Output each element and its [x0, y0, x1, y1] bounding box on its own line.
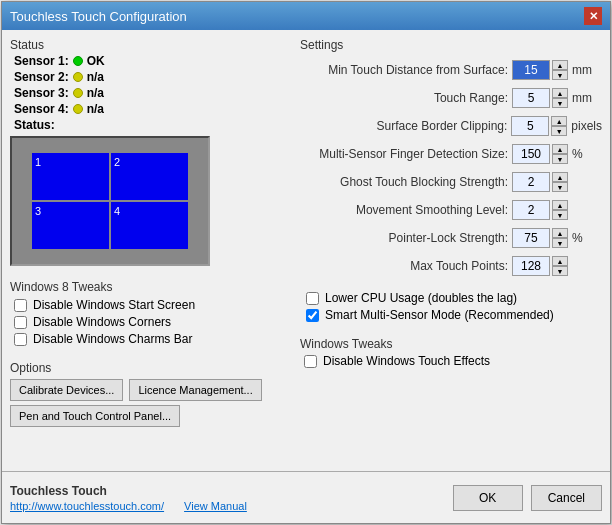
setting-max-touch-down[interactable]: ▼ — [552, 266, 568, 276]
sensor-quad-4: 4 — [111, 202, 188, 249]
sensor-1-dot — [73, 56, 83, 66]
setting-pointer-lock-input[interactable] — [512, 228, 550, 248]
win8-tweak-3-checkbox[interactable] — [14, 333, 27, 346]
setting-pointer-lock-up[interactable]: ▲ — [552, 228, 568, 238]
brand-url[interactable]: http://www.touchlesstouch.com/ — [10, 500, 164, 512]
setting-border-clip-arrows: ▲ ▼ — [551, 116, 567, 136]
setting-finger-detection-arrows: ▲ ▼ — [552, 144, 568, 164]
sensor-2-dot — [73, 72, 83, 82]
sensor-grid: Sensor 1: OK Sensor 2: n/a Sensor 3: n/a — [10, 54, 290, 116]
settings-label: Settings — [300, 38, 602, 52]
win8-tweak-2-checkbox[interactable] — [14, 316, 27, 329]
close-button[interactable]: ✕ — [584, 7, 602, 25]
setting-min-touch-down[interactable]: ▼ — [552, 70, 568, 80]
sensor-4-dot — [73, 104, 83, 114]
sensor-4-row: Sensor 4: n/a — [14, 102, 290, 116]
sensor-2-label: Sensor 2: — [14, 70, 69, 84]
licence-button[interactable]: Licence Management... — [129, 379, 261, 401]
setting-max-touch-arrows: ▲ ▼ — [552, 256, 568, 276]
setting-border-clip-up[interactable]: ▲ — [551, 116, 567, 126]
setting-min-touch-spinner: ▲ ▼ — [512, 60, 568, 80]
sensor-2-value: n/a — [87, 70, 104, 84]
bottom-info: Touchless Touch http://www.touchlesstouc… — [10, 484, 247, 512]
setting-pointer-lock-down[interactable]: ▼ — [552, 238, 568, 248]
lower-cpu-checkbox[interactable] — [306, 292, 319, 305]
cancel-button[interactable]: Cancel — [531, 485, 602, 511]
status-section-label: Status — [10, 38, 290, 52]
sensor-4-value: n/a — [87, 102, 104, 116]
smart-sensor-row: Smart Multi-Sensor Mode (Recommended) — [302, 308, 602, 322]
setting-finger-detection: Multi-Sensor Finger Detection Size: ▲ ▼ … — [300, 144, 602, 164]
setting-max-touch-input[interactable] — [512, 256, 550, 276]
setting-ghost-touch-spinner: ▲ ▼ — [512, 172, 568, 192]
setting-max-touch-spinner: ▲ ▼ — [512, 256, 568, 276]
setting-finger-detection-up[interactable]: ▲ — [552, 144, 568, 154]
sensor-quad-2: 2 — [111, 153, 188, 200]
setting-ghost-touch-down[interactable]: ▼ — [552, 182, 568, 192]
setting-touch-range-unit: mm — [572, 91, 602, 105]
setting-min-touch-input[interactable] — [512, 60, 550, 80]
sensor-quad-1: 1 — [32, 153, 109, 200]
sensor-4-label: Sensor 4: — [14, 102, 69, 116]
lower-cpu-row: Lower CPU Usage (doubles the lag) — [302, 291, 602, 305]
windows8-tweaks: Windows 8 Tweaks Disable Windows Start S… — [10, 280, 290, 349]
setting-finger-detection-spinner: ▲ ▼ — [512, 144, 568, 164]
setting-border-clip-unit: pixels — [571, 119, 602, 133]
setting-touch-range-input[interactable] — [512, 88, 550, 108]
win8-tweak-3: Disable Windows Charms Bar — [10, 332, 290, 346]
setting-touch-range-down[interactable]: ▼ — [552, 98, 568, 108]
setting-touch-range-label: Touch Range: — [434, 91, 508, 105]
ok-button[interactable]: OK — [453, 485, 523, 511]
setting-pointer-lock-arrows: ▲ ▼ — [552, 228, 568, 248]
setting-touch-range-arrows: ▲ ▼ — [552, 88, 568, 108]
setting-ghost-touch-arrows: ▲ ▼ — [552, 172, 568, 192]
windows-tweaks-right-label: Windows Tweaks — [300, 337, 602, 351]
setting-smoothing-up[interactable]: ▲ — [552, 200, 568, 210]
setting-border-clip-down[interactable]: ▼ — [551, 126, 567, 136]
status-sub-label: Status: — [10, 118, 290, 132]
setting-ghost-touch-up[interactable]: ▲ — [552, 172, 568, 182]
left-panel: Status Sensor 1: OK Sensor 2: n/a Sensor… — [10, 38, 290, 463]
setting-finger-detection-down[interactable]: ▼ — [552, 154, 568, 164]
sensor-quads: 1 2 3 4 — [32, 153, 188, 249]
setting-min-touch-unit: mm — [572, 63, 602, 77]
setting-smoothing-down[interactable]: ▼ — [552, 210, 568, 220]
setting-min-touch-up[interactable]: ▲ — [552, 60, 568, 70]
setting-smoothing-arrows: ▲ ▼ — [552, 200, 568, 220]
setting-border-clip-spinner: ▲ ▼ — [511, 116, 567, 136]
sensor-3-value: n/a — [87, 86, 104, 100]
win-touch-effects-label: Disable Windows Touch Effects — [323, 354, 490, 368]
windows8-tweaks-label: Windows 8 Tweaks — [10, 280, 290, 294]
pen-touch-button[interactable]: Pen and Touch Control Panel... — [10, 405, 180, 427]
setting-border-clip-label: Surface Border Clipping: — [377, 119, 508, 133]
setting-ghost-touch-input[interactable] — [512, 172, 550, 192]
win8-tweak-2-label: Disable Windows Corners — [33, 315, 171, 329]
setting-border-clip-input[interactable] — [511, 116, 549, 136]
sensor-1-row: Sensor 1: OK — [14, 54, 290, 68]
calibrate-button[interactable]: Calibrate Devices... — [10, 379, 123, 401]
options-label: Options — [10, 361, 290, 375]
setting-smoothing-input[interactable] — [512, 200, 550, 220]
win-touch-effects-row: Disable Windows Touch Effects — [300, 354, 602, 368]
sensor-1-value: OK — [87, 54, 105, 68]
setting-finger-detection-input[interactable] — [512, 144, 550, 164]
setting-pointer-lock-label: Pointer-Lock Strength: — [389, 231, 508, 245]
title-bar: Touchless Touch Configuration ✕ — [2, 2, 610, 30]
win-touch-effects-checkbox[interactable] — [304, 355, 317, 368]
setting-touch-range-up[interactable]: ▲ — [552, 88, 568, 98]
win8-tweak-2: Disable Windows Corners — [10, 315, 290, 329]
setting-smoothing: Movement Smoothing Level: ▲ ▼ — [300, 200, 602, 220]
setting-finger-detection-unit: % — [572, 147, 602, 161]
setting-touch-range: Touch Range: ▲ ▼ mm — [300, 88, 602, 108]
content-area: Status Sensor 1: OK Sensor 2: n/a Sensor… — [2, 30, 610, 471]
view-manual-link[interactable]: View Manual — [184, 500, 247, 512]
setting-max-touch-up[interactable]: ▲ — [552, 256, 568, 266]
win8-tweak-1: Disable Windows Start Screen — [10, 298, 290, 312]
status-section: Status Sensor 1: OK Sensor 2: n/a Sensor… — [10, 38, 290, 270]
setting-min-touch: Min Touch Distance from Surface: ▲ ▼ mm — [300, 60, 602, 80]
sensor-3-dot — [73, 88, 83, 98]
smart-sensor-checkbox[interactable] — [306, 309, 319, 322]
win8-tweak-1-checkbox[interactable] — [14, 299, 27, 312]
sensor-quad-3: 3 — [32, 202, 109, 249]
sensor-3-label: Sensor 3: — [14, 86, 69, 100]
